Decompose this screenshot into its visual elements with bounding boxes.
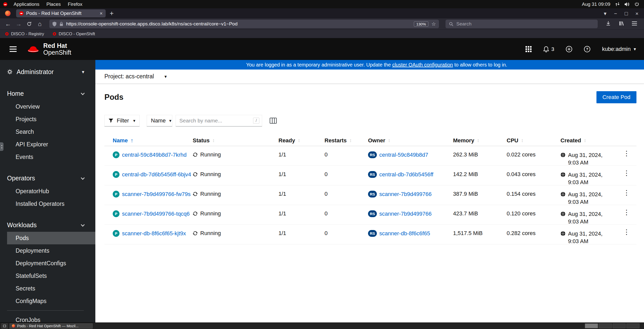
actions-cell: ⋮: [618, 225, 636, 236]
sidebar-item-configmaps[interactable]: ConfigMaps: [7, 295, 95, 307]
nav-section-toggle-operators[interactable]: Operators: [7, 173, 95, 183]
browser-search-bar[interactable]: Search: [446, 20, 598, 28]
notifications-button[interactable]: 3: [543, 46, 554, 52]
column-header-status[interactable]: Status ↕: [193, 137, 278, 144]
bookmark-star-icon[interactable]: ☆: [431, 21, 436, 27]
pod-link[interactable]: scanner-7b9d499766-tqcq6: [122, 211, 190, 217]
search-attribute-dropdown[interactable]: Name ▾: [147, 115, 172, 126]
browser-tab[interactable]: Pods - Red Hat OpenShift ×: [16, 9, 106, 17]
shield-icon[interactable]: [52, 22, 57, 26]
column-management-button[interactable]: [270, 118, 277, 124]
workspace-cell[interactable]: [626, 323, 639, 328]
sidebar-drag-handle[interactable]: [0, 142, 4, 151]
tab-close-button[interactable]: ×: [100, 11, 103, 16]
url-bar[interactable]: https://console-openshift-console.apps.d…: [49, 20, 439, 28]
places-menu[interactable]: Places: [43, 0, 64, 8]
project-selector[interactable]: Project: acs-central ▾: [104, 73, 167, 80]
column-header-ready[interactable]: Ready ↕: [278, 137, 325, 144]
show-desktop-button[interactable]: [2, 323, 8, 328]
owner-link[interactable]: central-59c849b8d7: [379, 152, 428, 158]
url-text[interactable]: https://console-openshift-console.apps.d…: [66, 21, 411, 27]
minimize-button[interactable]: −: [614, 11, 617, 16]
list-tabs-button[interactable]: ▾: [604, 11, 607, 16]
sidebar-item-deploymentconfigs[interactable]: DeploymentConfigs: [7, 257, 95, 270]
os-clock[interactable]: Aug 31 09:09: [582, 2, 610, 7]
memory-cell: 142.2 MiB: [453, 166, 507, 178]
workspace-cell[interactable]: [585, 323, 598, 328]
sidebar-item-projects[interactable]: Projects: [7, 113, 95, 125]
pod-link[interactable]: scanner-db-8f6c6f65-kjt9x: [122, 230, 186, 237]
bookmark-item-openshift[interactable]: DISCO - OpenShift: [53, 31, 95, 37]
forward-button[interactable]: →: [14, 20, 23, 28]
caret-down-icon: ▾: [634, 46, 636, 52]
bookmark-item-registry[interactable]: DISCO - Registry: [5, 31, 44, 37]
perspective-switcher[interactable]: Administrator ▾: [7, 65, 95, 79]
back-button[interactable]: ←: [4, 20, 13, 28]
network-icon[interactable]: [615, 2, 620, 6]
firefox-logo-icon[interactable]: [5, 11, 11, 16]
kebab-menu-button[interactable]: ⋮: [623, 150, 630, 157]
column-header-owner[interactable]: Owner ↕: [368, 137, 453, 144]
nav-toggle-button[interactable]: [8, 44, 18, 54]
kebab-menu-button[interactable]: ⋮: [623, 209, 630, 216]
library-button[interactable]: [619, 21, 624, 27]
status-text: Running: [200, 230, 221, 237]
import-yaml-button[interactable]: [566, 46, 572, 52]
nav-section-toggle-workloads[interactable]: Workloads: [7, 220, 95, 230]
column-header-created[interactable]: Created ↕: [560, 137, 618, 144]
brand-text: Red Hat OpenShift: [43, 42, 71, 56]
kebab-menu-button[interactable]: ⋮: [623, 170, 630, 177]
owner-link[interactable]: scanner-7b9d499766: [379, 191, 432, 198]
applications-menu[interactable]: Applications: [10, 0, 43, 8]
column-header-cpu[interactable]: CPU ↕: [507, 137, 560, 144]
downloads-button[interactable]: [606, 21, 611, 27]
kebab-menu-button[interactable]: ⋮: [623, 229, 630, 236]
running-status-icon: [193, 231, 198, 236]
sidebar-item-cronjobs[interactable]: CronJobs: [7, 314, 95, 322]
app-launcher-button[interactable]: [526, 46, 532, 52]
power-icon[interactable]: [635, 2, 639, 6]
sidebar-item-operatorhub[interactable]: OperatorHub: [7, 185, 95, 198]
column-header-name[interactable]: Name ↑: [113, 137, 193, 144]
column-header-restarts[interactable]: Restarts ↕: [325, 137, 368, 144]
home-button[interactable]: ⌂: [35, 20, 44, 28]
user-menu[interactable]: kube:admin ▾: [602, 46, 636, 52]
workspace-cell[interactable]: [599, 323, 612, 328]
name-search-input[interactable]: [179, 118, 251, 124]
oauth-configuration-link[interactable]: cluster OAuth configuration: [392, 62, 453, 68]
nav-section-toggle-home[interactable]: Home: [7, 88, 95, 99]
create-pod-button[interactable]: Create Pod: [596, 91, 636, 103]
window-list-button[interactable]: Pods - Red Hat OpenShift — Mozil...: [10, 323, 93, 328]
owner-link[interactable]: central-db-7d6b5456ff: [379, 171, 433, 178]
sidebar-item-overview[interactable]: Overview: [7, 100, 95, 113]
kebab-menu-button[interactable]: ⋮: [623, 189, 630, 196]
owner-link[interactable]: scanner-7b9d499766: [379, 211, 432, 217]
sidebar-item-secrets[interactable]: Secrets: [7, 282, 95, 295]
pod-link[interactable]: central-db-7d6b5456ff-6bjv4: [122, 171, 191, 178]
owner-link[interactable]: scanner-db-8f6c6f65: [379, 230, 430, 237]
sidebar-item-api-explorer[interactable]: API Explorer: [7, 138, 95, 151]
column-header-memory[interactable]: Memory ↕: [453, 137, 507, 144]
sidebar-item-statefulsets[interactable]: StatefulSets: [7, 270, 95, 282]
menu-button[interactable]: [632, 21, 637, 26]
workspace-cell[interactable]: [613, 323, 626, 328]
sidebar-item-installed-operators[interactable]: Installed Operators: [7, 198, 95, 210]
sidebar-item-deployments[interactable]: Deployments: [7, 244, 95, 257]
zoom-indicator[interactable]: 130%: [414, 21, 428, 27]
search-icon: [449, 22, 453, 26]
maximize-button[interactable]: □: [625, 11, 628, 16]
filter-dropdown[interactable]: Filter ▾: [104, 115, 140, 126]
reload-button[interactable]: [25, 20, 34, 28]
sidebar-item-search[interactable]: Search: [7, 125, 95, 138]
replicaset-badge: RS: [368, 171, 377, 178]
firefox-menu[interactable]: Firefox: [64, 0, 86, 8]
volume-icon[interactable]: [625, 2, 630, 6]
pod-link[interactable]: central-59c849b8d7-7krhd: [122, 152, 187, 158]
lock-icon[interactable]: [60, 22, 63, 26]
sidebar-item-events[interactable]: Events: [7, 151, 95, 163]
help-button[interactable]: ?: [584, 46, 590, 52]
close-button[interactable]: ×: [635, 11, 638, 16]
sidebar-item-pods[interactable]: Pods: [7, 232, 95, 244]
pod-link[interactable]: scanner-7b9d499766-fw79s: [122, 191, 191, 198]
new-tab-button[interactable]: +: [110, 10, 114, 17]
